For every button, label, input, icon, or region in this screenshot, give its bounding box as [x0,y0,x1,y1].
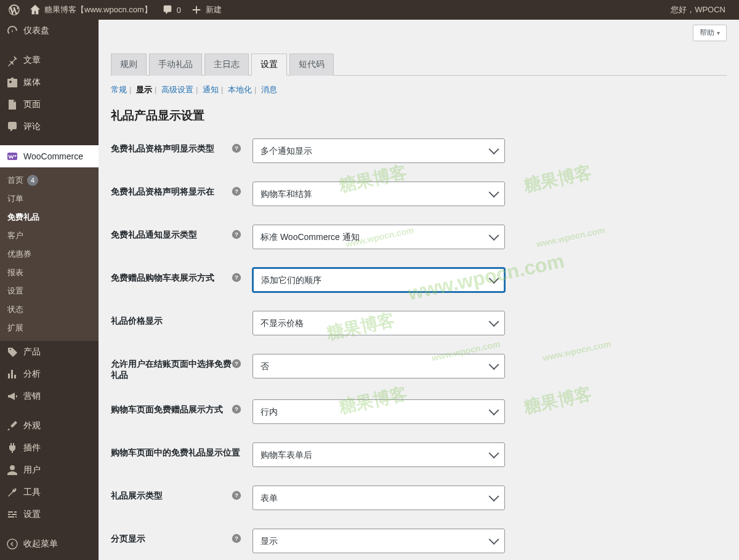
sidebar-item-dashboard[interactable]: 仪表盘 [0,20,99,42]
sidebar-item-comments[interactable]: 评论 [0,116,99,138]
help-button[interactable]: 帮助 [693,25,727,41]
collapse-icon [6,538,18,550]
submenu-item-status[interactable]: 状态 [0,300,99,319]
sidebar-item-users[interactable]: 用户 [0,459,99,481]
select-field[interactable]: 添加它们的顺序 [252,268,505,292]
form-row: 礼品展示类型?表单 [111,486,727,510]
select-field[interactable]: 不显示价格 [252,311,505,335]
submenu-item-free-gifts[interactable]: 免费礼品 [0,208,99,226]
svg-text:?: ? [235,145,238,151]
tab-shortcode[interactable]: 短代码 [289,54,334,76]
sidebar-item-marketing[interactable]: 营销 [0,385,99,407]
help-tooltip-icon[interactable]: ? [232,534,241,545]
tab-manual[interactable]: 手动礼品 [149,54,202,76]
select-field[interactable]: 显示 [252,529,505,553]
form-label: 免费礼品资格声明显示类型? [111,138,252,155]
main-content: 帮助 规则 手动礼品 主日志 设置 短代码 常规| 显示| 高级设置| 通知| … [99,20,739,560]
sidebar-item-appearance[interactable]: 外观 [0,415,99,437]
sidebar-item-products[interactable]: 产品 [0,341,99,363]
form-row: 礼品价格显示不显示价格 [111,311,727,335]
admin-bar-right: 您好，WPOCN [666,0,735,20]
user-icon [6,464,18,476]
new-label: 新建 [206,4,222,15]
wrench-icon [6,486,18,498]
comments-link[interactable]: 0 [157,0,186,20]
select-field[interactable]: 多个通知显示 [252,138,505,163]
form-field: 否 [252,354,505,378]
form-label: 免费赠品购物车表展示方式? [111,268,252,284]
sidebar-item-collapse[interactable]: 收起菜单 [0,533,99,555]
select-field[interactable]: 表单 [252,486,505,510]
sidebar-item-plugins[interactable]: 插件 [0,437,99,459]
woocommerce-submenu: 首页4 订单 免费礼品 客户 优惠券 报表 设置 状态 扩展 [0,167,99,341]
form-field: 标准 WooCommerce 通知 [252,225,505,249]
submenu-item-settings[interactable]: 设置 [0,282,99,300]
form-row: 允许用户在结账页面中选择免费礼品?否 [111,354,727,381]
form-field: 添加它们的顺序 [252,268,505,292]
svg-text:?: ? [235,360,238,367]
form-field: 显示 [252,529,505,553]
tab-settings[interactable]: 设置 [251,54,287,76]
select-field[interactable]: 否 [252,354,505,378]
help-tooltip-icon[interactable]: ? [232,186,241,198]
form-row: 分页显示?显示 [111,529,727,553]
form-row: 免费礼品资格声明将显示在?购物车和结算 [111,182,727,206]
submenu-item-home[interactable]: 首页4 [0,171,99,190]
svg-text:?: ? [235,274,238,281]
help-tooltip-icon[interactable]: ? [232,404,241,416]
sidebar-item-posts[interactable]: 文章 [0,49,99,71]
select-field[interactable]: 标准 WooCommerce 通知 [252,225,505,249]
form-row: 购物车页面免费赠品展示方式?行内 [111,399,727,424]
sliders-icon [6,508,18,521]
help-tooltip-icon[interactable]: ? [232,143,241,155]
form-label: 礼品价格显示 [111,311,252,327]
help-tooltip-icon[interactable]: ? [232,490,241,502]
home-icon [30,4,41,15]
form-label: 免费礼品通知显示类型? [111,225,252,241]
admin-bar-left: 糖果博客【www.wpocn.com】 0 新建 [4,0,227,20]
form-label: 购物车页面免费赠品展示方式? [111,399,252,416]
comment-icon [162,4,173,15]
subtab-localization[interactable]: 本地化 [228,85,252,94]
svg-text:?: ? [235,406,238,412]
select-field[interactable]: 行内 [252,399,505,424]
svg-point-1 [7,539,17,549]
subtab-notifications[interactable]: 通知 [203,85,219,94]
sidebar-item-tools[interactable]: 工具 [0,481,99,503]
submenu-item-customers[interactable]: 客户 [0,226,99,245]
submenu-item-coupons[interactable]: 优惠券 [0,245,99,263]
dashboard-icon [6,25,18,37]
form-field: 多个通知显示 [252,138,505,163]
subtab-advanced[interactable]: 高级设置 [161,85,193,94]
svg-text:?: ? [235,535,238,542]
admin-sidebar: 仪表盘 文章 媒体 页面 评论 WooCommerce 首页4 订单 免费礼品 … [0,20,99,560]
wp-logo[interactable] [4,0,25,20]
user-greeting[interactable]: 您好，WPOCN [666,0,730,20]
form-field: 购物车表单后 [252,442,505,467]
form-field: 行内 [252,399,505,424]
site-home-link[interactable]: 糖果博客【www.wpocn.com】 [25,0,157,20]
svg-text:?: ? [235,492,238,498]
select-field[interactable]: 购物车表单后 [252,442,505,467]
form-label: 免费礼品资格声明将显示在? [111,182,252,198]
new-content-link[interactable]: 新建 [186,0,227,20]
sidebar-item-pages[interactable]: 页面 [0,94,99,116]
subtab-display[interactable]: 显示 [136,85,152,94]
submenu-item-extensions[interactable]: 扩展 [0,319,99,337]
tab-master-log[interactable]: 主日志 [204,54,249,76]
submenu-item-orders[interactable]: 订单 [0,190,99,208]
help-tooltip-icon[interactable]: ? [232,359,241,370]
sidebar-item-woocommerce[interactable]: WooCommerce [0,145,99,167]
submenu-item-reports[interactable]: 报表 [0,263,99,282]
subtab-general[interactable]: 常规 [111,85,127,94]
subtab-messages[interactable]: 消息 [261,85,277,94]
help-tooltip-icon[interactable]: ? [232,230,241,241]
tab-rules[interactable]: 规则 [111,54,147,76]
sidebar-item-analytics[interactable]: 分析 [0,363,99,385]
help-tooltip-icon[interactable]: ? [232,273,241,284]
select-field[interactable]: 购物车和结算 [252,182,505,206]
page-icon [6,98,18,111]
sidebar-item-media[interactable]: 媒体 [0,71,99,94]
site-title: 糖果博客【www.wpocn.com】 [44,4,152,15]
sidebar-item-settings[interactable]: 设置 [0,503,99,526]
